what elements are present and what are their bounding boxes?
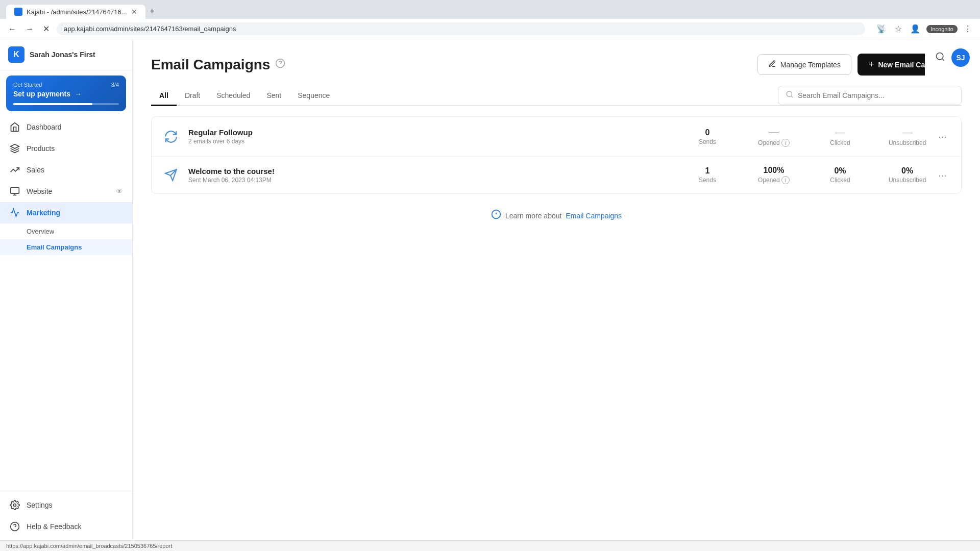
- clicked-value: 0%: [822, 166, 858, 176]
- sidebar-item-help[interactable]: Help & Feedback: [0, 516, 132, 537]
- sidebar-item-products[interactable]: Products: [0, 138, 132, 159]
- address-bar[interactable]: [57, 22, 865, 35]
- avatar[interactable]: SJ: [951, 48, 970, 67]
- stat-sends: 0 Sends: [690, 128, 725, 145]
- main-content: SJ Email Campaigns Manage Templates +: [133, 39, 980, 540]
- svg-point-3: [14, 504, 16, 507]
- status-bar: https://app.kajabi.com/admin/email_broad…: [0, 540, 980, 551]
- new-tab-button[interactable]: +: [145, 4, 159, 19]
- bookmark-button[interactable]: ☆: [893, 22, 904, 36]
- search-input[interactable]: [798, 91, 954, 99]
- tab-draft[interactable]: Draft: [177, 86, 208, 106]
- marketing-icon: [9, 207, 20, 218]
- campaign-name: Regular Followup: [188, 128, 681, 137]
- campaign-sub: Sent March 06, 2023 04:13PM: [188, 177, 681, 184]
- page-help-icon[interactable]: [275, 58, 285, 71]
- svg-point-6: [937, 53, 943, 59]
- overview-label: Overview: [27, 228, 54, 235]
- help-label: Help & Feedback: [27, 522, 123, 531]
- clicked-value: —: [822, 127, 858, 138]
- unsubscribed-label: Unsubscribed: [889, 139, 926, 146]
- unsubscribed-label: Unsubscribed: [889, 177, 926, 184]
- tabs-list: All Draft Scheduled Sent Sequence: [151, 86, 338, 105]
- cast-button[interactable]: 📡: [874, 22, 889, 36]
- sub-nav-overview[interactable]: Overview: [0, 223, 132, 239]
- clicked-label: Clicked: [822, 139, 858, 146]
- sidebar: K Sarah Jonas's First Get Started 3/4 Se…: [0, 39, 133, 540]
- sidebar-header: K Sarah Jonas's First: [0, 39, 132, 70]
- opened-info-icon[interactable]: i: [781, 176, 790, 184]
- marketing-label: Marketing: [27, 209, 123, 217]
- setup-payments-arrow: →: [75, 90, 82, 98]
- incognito-badge: Incognito: [926, 25, 958, 33]
- sidebar-item-marketing[interactable]: Marketing: [0, 202, 132, 223]
- campaign-info: Regular Followup 2 emails over 6 days: [188, 128, 681, 145]
- search-button[interactable]: [935, 52, 945, 64]
- unsubscribed-value: 0%: [889, 166, 926, 176]
- sent-icon: [162, 166, 180, 184]
- svg-rect-0: [11, 188, 19, 194]
- sidebar-nav: Dashboard Products Sales W: [0, 116, 132, 491]
- get-started-progress-fill: [13, 103, 92, 105]
- tab-sequence[interactable]: Sequence: [289, 86, 338, 106]
- get-started-progress-bar: [13, 103, 119, 105]
- sales-label: Sales: [27, 166, 123, 174]
- campaign-more-button[interactable]: ···: [934, 129, 951, 144]
- setup-payments-link[interactable]: Set up payments →: [13, 90, 119, 98]
- clicked-label: Clicked: [822, 177, 858, 184]
- browser-tab[interactable]: Kajabi - /admin/sites/214764716... ✕: [6, 5, 145, 19]
- setup-payments-text: Set up payments: [13, 90, 70, 98]
- stat-opened: 100% Opened i: [756, 166, 792, 184]
- back-button[interactable]: ←: [6, 22, 18, 36]
- sequence-icon: [162, 128, 180, 146]
- info-bar-prefix: Learn more about: [505, 212, 562, 220]
- marketing-sub-nav: Overview Email Campaigns: [0, 223, 132, 255]
- forward-button[interactable]: →: [23, 22, 36, 36]
- page-header: Email Campaigns Manage Templates + New E…: [133, 39, 980, 76]
- help-icon: [9, 521, 20, 532]
- menu-button[interactable]: ⋮: [962, 22, 974, 36]
- profile-button[interactable]: 👤: [908, 22, 922, 36]
- tab-scheduled[interactable]: Scheduled: [208, 86, 258, 106]
- tab-title: Kajabi - /admin/sites/214764716...: [27, 8, 127, 16]
- svg-line-7: [942, 58, 944, 60]
- sidebar-item-sales[interactable]: Sales: [0, 159, 132, 181]
- sidebar-footer: Settings Help & Feedback: [0, 491, 132, 540]
- sidebar-item-website[interactable]: Website 👁: [0, 181, 132, 202]
- campaign-more-button[interactable]: ···: [934, 167, 951, 183]
- page-title-area: Email Campaigns: [151, 57, 285, 73]
- campaign-stats: 1 Sends 100% Opened i 0% Click: [690, 166, 926, 184]
- manage-templates-icon: [768, 60, 776, 69]
- products-icon: [9, 143, 20, 154]
- svg-point-10: [787, 91, 792, 97]
- sidebar-item-settings[interactable]: Settings: [0, 494, 132, 516]
- opened-value: 100%: [756, 166, 792, 175]
- stat-sends: 1 Sends: [690, 166, 725, 184]
- manage-templates-button[interactable]: Manage Templates: [757, 54, 851, 75]
- campaign-stats: 0 Sends — Opened i — Clicked: [690, 126, 926, 147]
- opened-label: Opened i: [756, 176, 792, 184]
- table-row: Welcome to the course! Sent March 06, 20…: [152, 157, 961, 193]
- sub-nav-email-campaigns[interactable]: Email Campaigns: [0, 239, 132, 255]
- info-bar-link[interactable]: Email Campaigns: [566, 212, 622, 220]
- house-icon: [9, 121, 20, 133]
- stat-opened: — Opened i: [756, 126, 792, 147]
- sidebar-logo: K: [8, 46, 24, 63]
- get-started-banner[interactable]: Get Started 3/4 Set up payments →: [6, 76, 126, 111]
- opened-label: Opened i: [756, 139, 792, 147]
- settings-label: Settings: [27, 501, 123, 509]
- campaign-name: Welcome to the course!: [188, 167, 681, 176]
- close-tab-button[interactable]: ✕: [131, 8, 137, 16]
- opened-info-icon[interactable]: i: [781, 139, 790, 147]
- tab-all[interactable]: All: [151, 86, 177, 106]
- search-icon: [786, 90, 794, 101]
- manage-templates-label: Manage Templates: [780, 61, 841, 69]
- get-started-label: Get Started: [13, 82, 42, 88]
- stat-clicked: 0% Clicked: [822, 166, 858, 184]
- tab-sent[interactable]: Sent: [258, 86, 289, 106]
- stat-clicked: — Clicked: [822, 127, 858, 146]
- reload-button[interactable]: ✕: [41, 22, 52, 36]
- sends-value: 0: [690, 128, 725, 137]
- sidebar-item-dashboard[interactable]: Dashboard: [0, 116, 132, 138]
- stat-unsubscribed: 0% Unsubscribed: [889, 166, 926, 184]
